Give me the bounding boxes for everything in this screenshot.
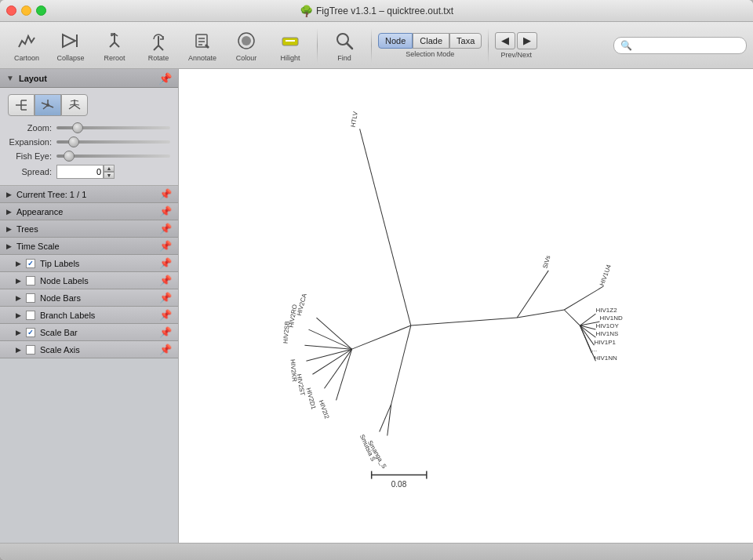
node-labels-label: Node Labels [40,276,89,285]
zoom-label: Zoom: [8,123,56,133]
zoom-thumb[interactable] [72,122,83,133]
svg-text:HIV2I2: HIV2I2 [318,399,331,420]
tip-labels-checkbox[interactable] [26,259,35,268]
zoom-slider[interactable] [56,122,170,133]
trees-pin-icon[interactable]: 📌 [159,223,172,235]
tip-labels-label: Tip Labels [40,259,79,268]
expansion-rail [56,140,170,144]
layout-arrow-icon: ▼ [6,74,14,82]
prev-button[interactable]: ◀ [495,32,515,49]
svg-line-36 [517,310,564,318]
scale-axis-pin-icon[interactable]: 📌 [159,344,172,355]
svg-line-30 [69,105,75,109]
scale-bar-pin-icon[interactable]: 📌 [159,326,172,338]
search-box: 🔍 [613,37,747,54]
sidebar-item-tip-labels[interactable]: ▶ Tip Labels 📌 [0,255,178,272]
zoom-row: Zoom: [8,122,170,133]
sidebar-item-time-scale[interactable]: ▶ Time Scale 📌 [0,238,178,255]
spread-increment[interactable]: ▲ [104,165,115,172]
annotate-tool[interactable]: Annotate [182,25,223,66]
annotate-label: Annotate [188,54,216,62]
selection-mode-group: Node Clade Taxa Selection Mode [378,33,482,58]
taxa-selection-button[interactable]: Taxa [449,33,482,49]
svg-text:HIV1NN: HIV1NN [594,355,617,362]
main-content: ▼ Layout 📌 [0,69,753,543]
svg-line-26 [43,105,48,109]
find-tool[interactable]: Find [324,25,365,66]
rectangular-layout-button[interactable] [8,94,35,116]
svg-line-33 [411,318,517,325]
search-input[interactable] [635,41,740,50]
sidebar-item-trees[interactable]: ▶ Trees 📌 [0,220,178,238]
expansion-thumb[interactable] [68,136,79,147]
minimize-button[interactable] [21,5,31,16]
clade-selection-button[interactable]: Clade [413,33,449,49]
spread-stepper: ▲ ▼ [104,165,115,179]
spread-input[interactable]: 0 [56,165,104,179]
sidebar-item-current-tree[interactable]: ▶ Current Tree: 1 / 1 📌 [0,186,178,203]
fisheye-rail [56,155,170,158]
current-tree-pin-icon[interactable]: 📌 [159,188,172,200]
rotate-tool[interactable]: Rotate [138,25,179,66]
reroot-tool[interactable]: Reroot [94,25,135,66]
collapse-tool[interactable]: Collapse [50,25,91,66]
hilight-tool[interactable]: Hilight [270,25,311,66]
close-button[interactable] [6,5,16,16]
svg-text:HTLV: HTLV [350,111,359,128]
app-icon: 🌳 [300,5,313,17]
node-bars-checkbox[interactable] [26,293,35,303]
sidebar-item-branch-labels[interactable]: ▶ Branch Labels 📌 [0,307,178,324]
collapse-icon [58,28,83,53]
svg-text:...: ... [591,346,597,353]
maximize-button[interactable] [36,5,46,16]
zoom-rail [56,126,170,129]
hilight-label: Hilight [280,54,300,62]
node-selection-button[interactable]: Node [378,33,413,49]
branch-labels-pin-icon[interactable]: 📌 [159,309,172,321]
appearance-pin-icon[interactable]: 📌 [159,205,172,217]
fisheye-slider[interactable] [56,151,170,162]
fisheye-row: Fish Eye: [8,151,170,162]
cartoon-tool[interactable]: Cartoon [6,25,47,66]
scale-bar-checkbox[interactable] [26,328,35,337]
time-scale-pin-icon[interactable]: 📌 [159,240,172,252]
find-label: Find [337,54,351,62]
tip-labels-arrow-icon: ▶ [16,260,21,267]
tree-canvas[interactable]: HTLV SIVs HIV1U4 HIV1Z2 HIV1ND HIV [179,69,753,543]
toolbar: Cartoon Collapse Reroot [0,22,753,69]
rotate-icon [146,28,171,53]
toolbar-separator-2 [371,28,372,63]
selection-mode-label: Selection Mode [406,50,454,58]
sidebar-item-node-bars[interactable]: ▶ Node Bars 📌 [0,289,178,307]
layout-panel-header[interactable]: ▼ Layout 📌 [0,69,178,88]
titlebar: 🌳 FigTree v1.3.1 – quicktree.out.txt [0,0,753,22]
svg-text:HIV1OY: HIV1OY [595,322,619,329]
next-button[interactable]: ▶ [517,32,537,49]
polar-layout-button[interactable] [61,94,88,116]
tip-labels-pin-icon[interactable]: 📌 [159,257,172,269]
layout-title: Layout [19,74,47,83]
node-labels-checkbox[interactable] [26,276,35,285]
svg-line-31 [360,129,411,325]
scale-axis-label: Scale Axis [40,345,80,355]
expansion-slider[interactable] [56,136,170,147]
svg-line-17 [347,43,352,49]
node-labels-pin-icon[interactable]: 📌 [159,275,172,286]
node-bars-pin-icon[interactable]: 📌 [159,292,172,304]
branch-labels-checkbox[interactable] [26,311,35,320]
search-icon: 🔍 [620,40,632,51]
fisheye-thumb[interactable] [64,151,75,162]
reroot-label: Reroot [104,54,125,62]
sidebar-item-scale-axis[interactable]: ▶ Scale Axis 📌 [0,341,178,358]
svg-text:HIV1P1: HIV1P1 [594,339,616,346]
expansion-row: Expansion: [8,136,170,147]
spread-decrement[interactable]: ▼ [104,172,115,179]
sidebar-item-appearance[interactable]: ▶ Appearance 📌 [0,203,178,220]
layout-pin-icon[interactable]: 📌 [158,72,172,85]
scale-axis-checkbox[interactable] [26,345,35,355]
colour-tool[interactable]: Colour [226,25,267,66]
sidebar-item-node-labels[interactable]: ▶ Node Labels 📌 [0,272,178,289]
svg-line-63 [312,349,351,374]
sidebar-item-scale-bar[interactable]: ▶ Scale Bar 📌 [0,324,178,341]
radial-layout-button[interactable] [35,94,61,116]
